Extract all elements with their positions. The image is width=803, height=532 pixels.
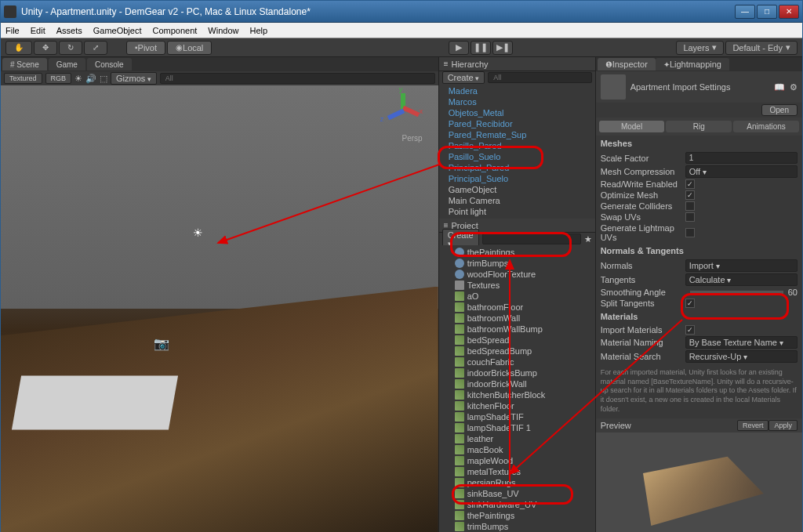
material-naming-dropdown[interactable]: By Base Texture Name ▾ (685, 336, 798, 349)
audio-icon[interactable]: 🔊 (85, 74, 96, 84)
tab-scene[interactable]: # Scene (2, 58, 47, 71)
project-item[interactable]: bathroomWall (439, 313, 595, 324)
scale-factor-input[interactable]: 1 (685, 152, 798, 164)
gear-icon[interactable]: ⚙ (790, 82, 798, 92)
tab-console[interactable]: Console (87, 58, 132, 71)
rig-tab[interactable]: Rig (666, 121, 732, 132)
hierarchy-item[interactable]: Madera (439, 85, 595, 96)
step-button[interactable]: ▶❚ (492, 41, 513, 55)
close-button[interactable]: ✕ (779, 5, 799, 19)
project-item[interactable]: thePaintings (439, 510, 595, 521)
import-materials-checkbox[interactable] (685, 325, 695, 335)
split-tangents-checkbox[interactable] (685, 299, 695, 308)
project-item[interactable]: sinkBase_UV (439, 488, 595, 499)
scale-tool[interactable]: ⤢ (84, 41, 107, 55)
mesh-compression-dropdown[interactable]: Off ▾ (685, 165, 798, 178)
move-tool[interactable]: ✥ (34, 41, 57, 55)
project-item[interactable]: mapleWood (439, 455, 595, 466)
hierarchy-item[interactable]: Marcos (439, 96, 595, 107)
preview-area[interactable] (596, 432, 802, 532)
hierarchy-list[interactable]: Madera Marcos Objetos_Metal Pared_Recibi… (439, 84, 595, 219)
project-search[interactable] (482, 233, 581, 244)
menu-file[interactable]: File (5, 26, 20, 35)
revert-button[interactable]: Revert (737, 420, 769, 431)
gizmos-dropdown[interactable]: Gizmos ▾ (111, 72, 157, 85)
pause-button[interactable]: ❚❚ (471, 41, 491, 55)
hierarchy-item[interactable]: Point light (439, 206, 595, 217)
menu-component[interactable]: Component (152, 26, 197, 35)
pivot-toggle[interactable]: ▪ Pivot (126, 41, 165, 55)
project-item[interactable]: indoorBrickWall (439, 378, 595, 389)
project-item[interactable]: metalTextures (439, 466, 595, 477)
apply-button[interactable]: Apply (768, 420, 798, 431)
swap-uvs-checkbox[interactable] (685, 212, 695, 222)
generate-colliders-checkbox[interactable] (685, 201, 695, 211)
menu-gameobject[interactable]: GameObject (93, 26, 142, 35)
model-tab[interactable]: Model (599, 121, 665, 132)
open-button[interactable]: Open (761, 104, 798, 116)
rgb-dropdown[interactable]: RGB (45, 73, 72, 84)
generate-lightmap-checkbox[interactable] (685, 228, 695, 237)
scene-viewport[interactable]: ☀ 📷 y x z Persp (1, 85, 438, 532)
hierarchy-item[interactable]: Principal_Suelo (439, 173, 595, 184)
optimize-mesh-checkbox[interactable] (685, 190, 695, 200)
tab-lightmapping[interactable]: ✦ Lightmapping (656, 58, 729, 71)
hierarchy-item[interactable]: GameObject (439, 184, 595, 195)
hand-tool[interactable]: ✋ (5, 41, 32, 55)
project-item[interactable]: woodFloorTexture (439, 269, 595, 280)
layout-dropdown[interactable]: Default - Edy ▾ (725, 41, 798, 55)
fx-icon[interactable]: ⬚ (100, 74, 107, 84)
project-item[interactable]: indoorBricksBump (439, 367, 595, 378)
project-item[interactable]: bathroomFloor (439, 302, 595, 313)
hierarchy-item[interactable]: Pasillo_Suelo (439, 151, 595, 162)
render-mode-dropdown[interactable]: Textured (4, 73, 42, 84)
project-item[interactable]: bedSpreadBump (439, 346, 595, 356)
project-item[interactable]: trimBumps (439, 258, 595, 269)
hierarchy-item[interactable]: Principal_Pared (439, 162, 595, 173)
tangents-dropdown[interactable]: Calculate ▾ (685, 273, 798, 286)
read-write-checkbox[interactable] (685, 179, 695, 189)
menu-assets[interactable]: Assets (56, 26, 82, 35)
perspective-label[interactable]: Persp (402, 134, 423, 143)
favorites-icon[interactable]: ★ (584, 234, 592, 244)
project-item[interactable]: sinkHardware_UV (439, 499, 595, 510)
scene-search[interactable] (160, 73, 435, 84)
tab-game[interactable]: Game (49, 58, 85, 71)
rotate-tool[interactable]: ↻ (59, 41, 82, 55)
menu-help[interactable]: Help (249, 26, 267, 35)
smoothing-angle-slider[interactable] (690, 291, 783, 294)
material-search-dropdown[interactable]: Recursive-Up ▾ (685, 350, 798, 363)
hierarchy-item[interactable]: Objetos_Metal (439, 107, 595, 118)
hierarchy-item[interactable]: Main Camera (439, 195, 595, 206)
help-icon[interactable]: 📖 (774, 82, 785, 92)
hierarchy-create-dropdown[interactable]: Create ▾ (442, 71, 485, 84)
project-item[interactable]: macBook (439, 444, 595, 455)
play-button[interactable]: ▶ (449, 41, 469, 55)
project-item[interactable]: bedSpread (439, 335, 595, 346)
hierarchy-item[interactable]: Pared_Recibidor (439, 118, 595, 129)
minimize-button[interactable]: — (735, 5, 755, 19)
light-icon[interactable]: ☀ (74, 74, 82, 84)
hierarchy-item[interactable]: Pared_Remate_Sup (439, 129, 595, 140)
menu-window[interactable]: Window (208, 26, 238, 35)
project-item[interactable]: kitchenButcherBlock (439, 389, 595, 400)
tab-inspector[interactable]: ❶ Inspector (598, 58, 656, 71)
hierarchy-item[interactable]: Pasillo_Pared (439, 140, 595, 151)
hierarchy-search[interactable] (488, 72, 591, 83)
project-item[interactable]: persianRugs (439, 477, 595, 488)
normals-dropdown[interactable]: Import ▾ (685, 259, 798, 272)
orientation-gizmo[interactable]: y x z (383, 93, 423, 132)
menu-edit[interactable]: Edit (31, 26, 45, 35)
local-toggle[interactable]: ◉ Local (167, 41, 212, 55)
project-item[interactable]: leather (439, 433, 595, 444)
project-item[interactable]: bathroomWallBump (439, 324, 595, 335)
project-item[interactable]: thePaintings (439, 247, 595, 258)
animations-tab[interactable]: Animations (733, 121, 799, 132)
project-list[interactable]: thePaintings trimBumps woodFloorTexture … (439, 245, 595, 532)
project-item[interactable]: kitchenFloor (439, 400, 595, 411)
project-item[interactable]: aO (439, 291, 595, 302)
layers-dropdown[interactable]: Layers ▾ (676, 41, 724, 55)
maximize-button[interactable]: □ (757, 5, 777, 19)
project-item[interactable]: trimBumps (439, 521, 595, 532)
project-item[interactable]: lampShadeTIF (439, 411, 595, 422)
